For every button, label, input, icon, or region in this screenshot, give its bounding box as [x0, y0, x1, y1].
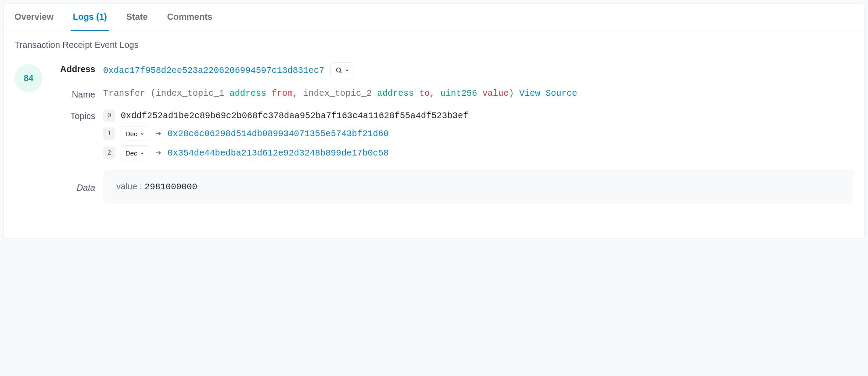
- svg-line-1: [340, 72, 341, 73]
- arrow-right-icon: [154, 149, 162, 157]
- data-value: 2981000000: [144, 182, 197, 192]
- address-link[interactable]: 0xdac17f958d2ee523a2206206994597c13d831e…: [103, 65, 324, 76]
- svg-point-0: [337, 68, 341, 72]
- search-icon: [335, 67, 342, 74]
- label-topics: Topics: [55, 109, 103, 121]
- chevron-down-icon: [140, 130, 144, 137]
- topic-decoded-address[interactable]: 0x354de44bedba213d612e92d3248b899de17b0c…: [168, 148, 389, 158]
- data-key: value: [116, 181, 137, 191]
- log-row-data: Data value : 2981000000: [55, 170, 854, 203]
- log-entry: 84 Address 0xdac17f958d2ee523a2206206994…: [14, 62, 854, 203]
- log-row-address: Address 0xdac17f958d2ee523a2206206994597…: [55, 62, 854, 78]
- content-area: Transaction Receipt Event Logs 84 Addres…: [4, 31, 864, 239]
- chevron-down-icon: [140, 149, 144, 157]
- view-source-link[interactable]: View Source: [519, 88, 577, 98]
- section-title: Transaction Receipt Event Logs: [14, 40, 854, 50]
- data-box: value : 2981000000: [103, 170, 854, 203]
- log-body: Address 0xdac17f958d2ee523a2206206994597…: [55, 62, 854, 203]
- label-data: Data: [55, 181, 103, 193]
- topic-index-badge: 0: [103, 109, 115, 122]
- label-address: Address: [55, 62, 103, 74]
- topic-hash: 0xddf252ad1be2c89b69c2b068fc378daa952ba7…: [121, 111, 468, 121]
- log-row-name: Name Transfer (index_topic_1 address fro…: [55, 88, 854, 100]
- transaction-logs-card: Overview Logs (1) State Comments Transac…: [4, 4, 864, 239]
- topic-1: 1 Dec 0x28c6c06298d514db089934071355e574: [103, 126, 854, 141]
- arrow-right-icon: [154, 130, 162, 137]
- topic-2: 2 Dec 0x354de44bedba213d612e92d3248b899d: [103, 145, 854, 160]
- log-row-topics: Topics 0 0xddf252ad1be2c89b69c2b068fc378…: [55, 109, 854, 160]
- address-search-dropdown[interactable]: [330, 62, 354, 78]
- chevron-down-icon: [345, 68, 349, 72]
- topic-0: 0 0xddf252ad1be2c89b69c2b068fc378daa952b…: [103, 109, 854, 122]
- topic-index-badge: 1: [103, 127, 115, 140]
- decode-format-selector[interactable]: Dec: [121, 145, 149, 160]
- decode-format-selector[interactable]: Dec: [121, 126, 149, 141]
- topic-decoded-address[interactable]: 0x28c6c06298d514db089934071355e5743bf21d…: [168, 129, 389, 139]
- tab-state[interactable]: State: [125, 4, 150, 31]
- tab-logs[interactable]: Logs (1): [71, 4, 109, 31]
- tab-overview[interactable]: Overview: [13, 4, 55, 31]
- event-signature: Transfer (index_topic_1 address from, in…: [103, 88, 854, 98]
- log-index-badge: 84: [14, 64, 43, 92]
- tab-bar: Overview Logs (1) State Comments: [4, 4, 864, 31]
- label-name: Name: [55, 88, 103, 100]
- tab-comments[interactable]: Comments: [165, 4, 214, 31]
- topic-index-badge: 2: [103, 147, 115, 159]
